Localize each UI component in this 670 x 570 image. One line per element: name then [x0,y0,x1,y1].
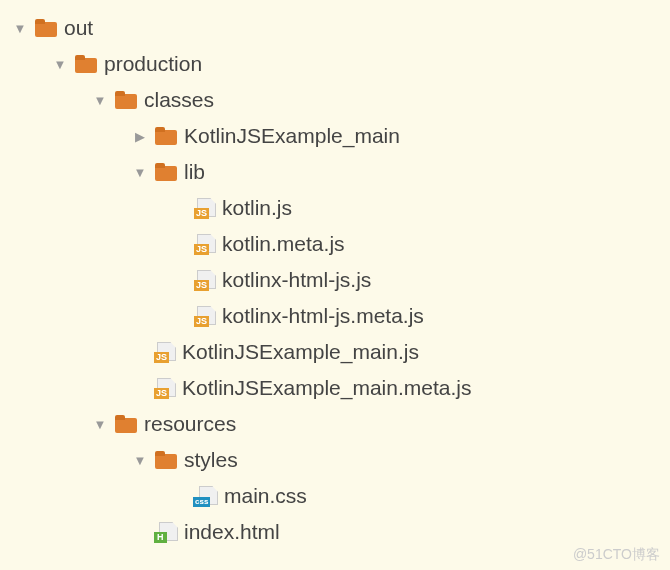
tree-row-classes[interactable]: classes [10,82,670,118]
tree-row-out[interactable]: out [10,10,670,46]
watermark-text: @51CTO博客 [573,546,660,564]
folder-icon [74,54,98,74]
tree-row-file[interactable]: kotlin.meta.js [10,226,670,262]
expand-toggle-icon[interactable] [130,453,150,468]
tree-row-kjse-main-dir[interactable]: KotlinJSExample_main [10,118,670,154]
file-label: main.css [224,484,307,508]
folder-label: KotlinJSExample_main [184,124,400,148]
tree-row-lib[interactable]: lib [10,154,670,190]
folder-icon [114,90,138,110]
expand-toggle-icon[interactable] [90,93,110,108]
js-file-icon [154,378,176,398]
expand-toggle-icon[interactable] [10,21,30,36]
tree-row-production[interactable]: production [10,46,670,82]
tree-row-resources[interactable]: resources [10,406,670,442]
file-label: kotlin.js [222,196,292,220]
folder-label: production [104,52,202,76]
folder-icon [154,126,178,146]
folder-icon [114,414,138,434]
file-label: index.html [184,520,280,544]
file-label: kotlinx-html-js.meta.js [222,304,424,328]
tree-row-file[interactable]: index.html [10,514,670,550]
folder-label: classes [144,88,214,112]
tree-row-file[interactable]: main.css [10,478,670,514]
folder-label: out [64,16,93,40]
tree-row-file[interactable]: KotlinJSExample_main.js [10,334,670,370]
file-label: KotlinJSExample_main.js [182,340,419,364]
js-file-icon [154,342,176,362]
folder-label: resources [144,412,236,436]
js-file-icon [194,270,216,290]
folder-icon [154,162,178,182]
tree-row-file[interactable]: kotlinx-html-js.js [10,262,670,298]
folder-label: styles [184,448,238,472]
html-file-icon [154,522,178,542]
tree-row-file[interactable]: KotlinJSExample_main.meta.js [10,370,670,406]
file-label: kotlinx-html-js.js [222,268,371,292]
js-file-icon [194,306,216,326]
project-tree: out production classes KotlinJSExample_m… [0,0,670,550]
expand-toggle-icon[interactable] [90,417,110,432]
expand-toggle-icon[interactable] [130,129,150,144]
js-file-icon [194,234,216,254]
css-file-icon [194,486,218,506]
folder-label: lib [184,160,205,184]
tree-row-file[interactable]: kotlin.js [10,190,670,226]
file-label: KotlinJSExample_main.meta.js [182,376,471,400]
file-label: kotlin.meta.js [222,232,345,256]
tree-row-file[interactable]: kotlinx-html-js.meta.js [10,298,670,334]
js-file-icon [194,198,216,218]
expand-toggle-icon[interactable] [50,57,70,72]
folder-icon [34,18,58,38]
expand-toggle-icon[interactable] [130,165,150,180]
tree-row-styles[interactable]: styles [10,442,670,478]
folder-icon [154,450,178,470]
